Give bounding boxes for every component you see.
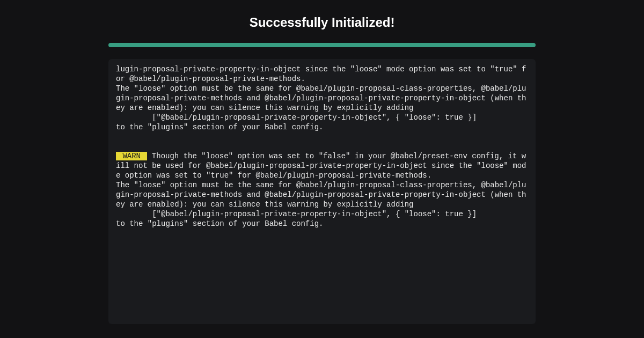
- page-title: Successfully Initialized!: [250, 15, 395, 30]
- progress-bar: [108, 43, 536, 47]
- warn-badge: WARN: [116, 152, 147, 160]
- log-spacer: [116, 132, 528, 151]
- log-line: lugin-proposal-private-property-in-objec…: [116, 64, 528, 132]
- app-root: Successfully Initialized! lugin-proposal…: [0, 0, 644, 338]
- log-text: Though the "loose" option was set to "fa…: [116, 152, 526, 228]
- log-line: WARN Though the "loose" option was set t…: [116, 151, 528, 229]
- terminal-output[interactable]: lugin-proposal-private-property-in-objec…: [108, 59, 536, 324]
